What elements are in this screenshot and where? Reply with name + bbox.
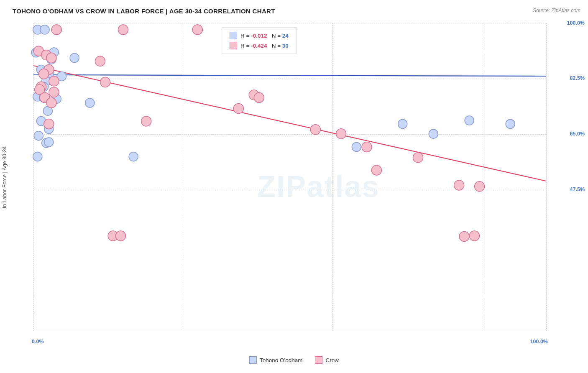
x-label-100: 100.0% [530, 339, 548, 345]
pink-dot [44, 119, 54, 129]
blue-dot [129, 152, 138, 161]
pink-dot [469, 231, 479, 241]
pink-dot [115, 231, 125, 241]
bottom-legend-swatch-2 [315, 356, 322, 364]
pink-dot [413, 153, 423, 163]
y-label-100: 100.0% [567, 20, 585, 26]
pink-dot [233, 104, 243, 114]
grid-line-right [546, 23, 547, 331]
blue-dot [70, 54, 79, 63]
blue-dot [465, 116, 474, 125]
blue-dot [40, 25, 49, 34]
pink-dot [475, 181, 485, 192]
pink-dot [46, 53, 56, 63]
blue-dot [33, 152, 42, 161]
y-label-65: 65.0% [570, 131, 585, 137]
pink-dot [192, 25, 202, 35]
svg-line-0 [33, 75, 546, 76]
source-label: Source: ZipAtlas.com [533, 8, 580, 13]
y-axis-label: In Labor Force | Age 30-34 [0, 23, 9, 331]
pink-dot [141, 116, 151, 126]
bottom-legend: Tohono O'odham Crow [0, 356, 588, 364]
pink-dot [46, 98, 56, 108]
pink-dot [49, 87, 59, 97]
blue-dot [352, 142, 361, 151]
pink-dot [336, 129, 346, 139]
blue-dot [44, 138, 54, 147]
chart-bottom-border [33, 331, 546, 332]
bottom-legend-item-1: Tohono O'odham [249, 356, 302, 364]
blue-dot [398, 119, 407, 128]
bottom-legend-swatch-1 [249, 356, 257, 364]
chart-title: TOHONO O'ODHAM VS CROW IN LABOR FORCE | … [13, 8, 275, 15]
x-label-0: 0.0% [32, 339, 44, 345]
pink-dot [95, 56, 105, 66]
pink-dot [371, 165, 381, 175]
blue-dot [506, 119, 515, 128]
blue-dot [85, 98, 95, 107]
pink-dot [49, 76, 59, 86]
pink-dot [39, 69, 49, 79]
pink-dot [51, 25, 61, 35]
bottom-legend-label-2: Crow [325, 357, 339, 363]
pink-dot [459, 231, 469, 241]
chart-container: TOHONO O'ODHAM VS CROW IN LABOR FORCE | … [0, 0, 588, 373]
blue-dot [34, 131, 43, 141]
pink-dot [310, 125, 320, 135]
blue-dot [429, 129, 438, 138]
pink-dot [100, 77, 110, 87]
pink-dot [362, 142, 372, 152]
scatter-plot [33, 23, 546, 289]
bottom-legend-item-2: Crow [315, 356, 339, 364]
pink-dot [254, 92, 264, 102]
pink-dot [454, 180, 464, 190]
pink-dot [118, 25, 128, 35]
y-label-82: 82.5% [570, 75, 585, 81]
bottom-legend-label-1: Tohono O'odham [260, 357, 302, 363]
y-label-47: 47.5% [570, 186, 585, 192]
